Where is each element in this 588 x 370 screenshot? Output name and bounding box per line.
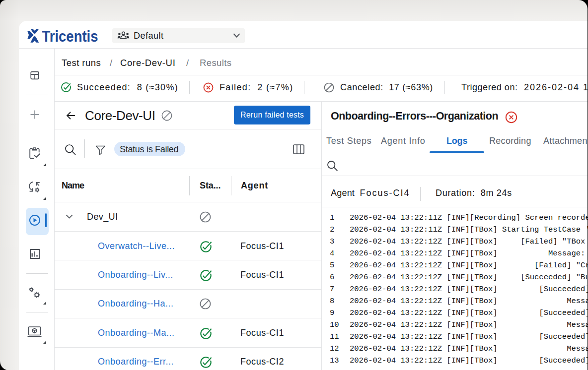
svg-text:Tricentis: Tricentis: [42, 27, 98, 45]
